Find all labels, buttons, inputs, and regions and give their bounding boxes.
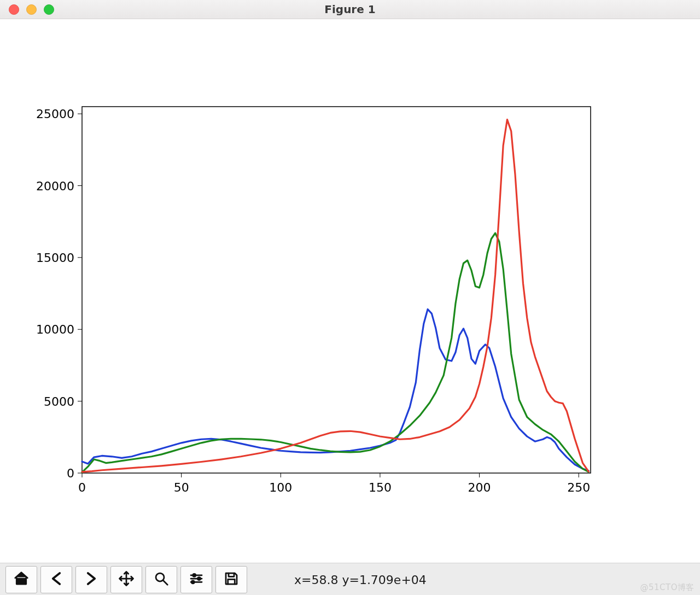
home-button[interactable] <box>5 566 37 593</box>
svg-text:150: 150 <box>369 481 392 494</box>
svg-text:10000: 10000 <box>36 323 74 336</box>
sliders-icon <box>188 570 205 589</box>
svg-point-25 <box>156 573 164 581</box>
save-icon <box>223 570 240 589</box>
svg-point-28 <box>191 581 194 584</box>
cursor-coords: x=58.8 y=1.709e+04 <box>294 573 427 587</box>
arrow-left-icon <box>48 570 65 589</box>
plot-svg: 0501001502002500500010000150002000025000 <box>0 19 700 563</box>
configure-button[interactable] <box>180 566 212 593</box>
pan-button[interactable] <box>110 566 142 593</box>
svg-text:5000: 5000 <box>44 395 74 409</box>
svg-text:0: 0 <box>67 466 74 480</box>
save-button[interactable] <box>215 566 247 593</box>
zoom-to-rect-icon <box>153 570 170 589</box>
forward-button[interactable] <box>75 566 107 593</box>
svg-text:250: 250 <box>567 481 590 494</box>
svg-text:100: 100 <box>269 481 292 494</box>
svg-text:50: 50 <box>174 481 189 494</box>
svg-point-26 <box>193 574 196 576</box>
svg-text:20000: 20000 <box>36 179 74 193</box>
move-icon <box>118 570 135 589</box>
svg-text:15000: 15000 <box>36 251 74 265</box>
matplotlib-toolbar: x=58.8 y=1.709e+04 <box>0 563 700 595</box>
svg-point-27 <box>198 578 201 580</box>
window-titlebar: Figure 1 <box>0 0 700 19</box>
watermark-text: @51CTO博客 <box>640 582 695 593</box>
svg-text:0: 0 <box>78 481 86 494</box>
figure-canvas[interactable]: 0501001502002500500010000150002000025000 <box>0 19 700 563</box>
home-icon <box>13 570 30 589</box>
svg-text:200: 200 <box>468 481 491 494</box>
window-title: Figure 1 <box>0 3 700 16</box>
arrow-right-icon <box>83 570 100 589</box>
zoom-button[interactable] <box>145 566 177 593</box>
back-button[interactable] <box>40 566 72 593</box>
svg-text:25000: 25000 <box>36 107 74 121</box>
